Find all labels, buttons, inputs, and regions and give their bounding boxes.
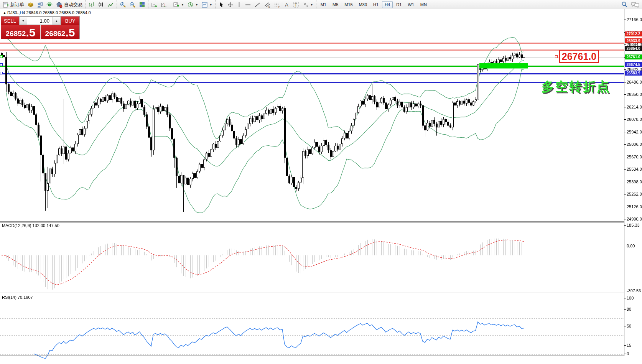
crosshair-icon xyxy=(227,2,234,8)
volume-increase-button[interactable]: ▲ xyxy=(53,16,61,25)
chat-icon xyxy=(631,1,639,8)
rsi-label: RSI(14) 70.1907 xyxy=(2,295,33,300)
new-chart-button[interactable]: ▼ xyxy=(171,0,186,9)
templates-button[interactable]: ▼ xyxy=(200,0,214,9)
search-button[interactable] xyxy=(619,0,629,9)
volume-input[interactable]: 1.00 xyxy=(27,16,53,25)
auto-scroll-icon xyxy=(151,2,158,8)
sell-button[interactable]: SELL xyxy=(1,16,19,25)
clock-icon xyxy=(187,2,194,8)
timeframe-group: M1M5M15M30H1H4D1W1MN xyxy=(316,0,431,9)
channel-icon: E xyxy=(264,2,271,8)
price-label-box[interactable]: 26761.0 xyxy=(559,50,599,63)
vertical-line-button[interactable] xyxy=(235,0,243,9)
zoom-in-icon xyxy=(120,2,126,8)
collapse-triangle-icon[interactable]: ▲ xyxy=(3,11,6,15)
one-click-trading-panel: SELL ▼ 1.00 ▲ BUY 26852 .5 26862 .5 xyxy=(1,16,79,39)
timeframe-w1[interactable]: W1 xyxy=(405,1,417,8)
data-window-button[interactable] xyxy=(35,0,45,9)
timeframe-h4[interactable]: H4 xyxy=(382,1,393,8)
arrows-button[interactable]: ▼ xyxy=(301,0,315,9)
crosshair-button[interactable] xyxy=(226,0,235,9)
tile-windows-button[interactable] xyxy=(137,0,147,9)
line-chart-button[interactable] xyxy=(106,0,115,9)
rsi-canvas[interactable] xyxy=(0,303,624,364)
text-label-button[interactable]: T xyxy=(291,0,301,9)
macd-label: MACD(12,26,9) 132.00 147.50 xyxy=(2,223,59,228)
text-icon: A xyxy=(284,2,290,8)
price-axis-canvas xyxy=(624,9,642,356)
cursor-icon xyxy=(218,2,224,8)
text-label-icon: T xyxy=(293,2,299,8)
candlestick-chart-button[interactable] xyxy=(96,0,106,9)
chat-button[interactable] xyxy=(629,0,641,9)
price-box-anchor-handle[interactable] xyxy=(555,55,558,58)
periods-dropdown-arrow: ▼ xyxy=(195,3,198,7)
periods-button[interactable]: ▼ xyxy=(186,0,200,9)
auto-trading-button[interactable]: 自动交易 xyxy=(54,0,84,9)
tile-windows-icon xyxy=(139,2,145,8)
bar-chart-icon xyxy=(88,2,95,8)
timeframe-m1[interactable]: M1 xyxy=(318,1,329,8)
data-window-icon xyxy=(37,2,43,8)
horizontal-line-icon xyxy=(245,2,251,7)
hline-handle-green[interactable] xyxy=(0,55,3,58)
chart-bottom-border xyxy=(0,356,642,356)
buy-price-main: 26862 xyxy=(45,30,66,38)
timeframe-m30[interactable]: M30 xyxy=(356,1,370,8)
cursor-button[interactable] xyxy=(217,0,226,9)
timeframe-d1[interactable]: D1 xyxy=(393,1,404,8)
volume-decrease-button[interactable]: ▼ xyxy=(19,16,27,25)
zoom-out-button[interactable] xyxy=(128,0,137,9)
zoom-out-icon xyxy=(129,2,136,8)
hline-handle-blue1[interactable] xyxy=(0,63,3,66)
turning-point-text[interactable]: 多空转折点 xyxy=(542,78,611,96)
price-badge-26583.9: 26583.9 xyxy=(625,71,642,76)
timeframe-m15[interactable]: M15 xyxy=(342,1,355,8)
fibonacci-icon: F xyxy=(274,2,281,8)
new-chart-dropdown-arrow: ▼ xyxy=(181,3,184,7)
toolbar: 新订单 自动交易 xyxy=(0,0,642,10)
new-order-icon xyxy=(3,2,9,8)
price-axis[interactable] xyxy=(624,9,642,356)
buy-price[interactable]: 26862 .5 xyxy=(41,25,79,39)
hline-handle-blue2[interactable] xyxy=(0,72,3,74)
new-order-button[interactable]: 新订单 xyxy=(1,0,26,9)
macd-canvas[interactable] xyxy=(0,232,624,303)
new-order-label: 新订单 xyxy=(10,2,24,8)
pane-splitter-macd[interactable] xyxy=(0,221,642,223)
templates-dropdown-arrow: ▼ xyxy=(209,3,212,7)
market-watch-icon xyxy=(27,2,34,8)
buy-price-frac: .5 xyxy=(65,28,75,38)
timeframe-h1[interactable]: H1 xyxy=(370,1,381,8)
svg-text:E: E xyxy=(268,6,270,8)
timeframe-mn[interactable]: MN xyxy=(418,1,430,8)
trendline-icon xyxy=(254,2,261,8)
mt4-window: 新订单 自动交易 xyxy=(0,0,642,364)
main-price-canvas[interactable] xyxy=(0,18,624,231)
trendline-button[interactable] xyxy=(253,0,262,9)
channel-button[interactable]: E xyxy=(262,0,272,9)
auto-scroll-button[interactable] xyxy=(150,0,159,9)
market-watch-button[interactable] xyxy=(26,0,35,9)
price-badge-26933.9: 26933.9 xyxy=(625,38,642,43)
vertical-line-icon xyxy=(237,2,242,8)
fibonacci-button[interactable]: F xyxy=(272,0,282,9)
zoom-in-button[interactable] xyxy=(118,0,128,9)
symbol-header: ▲ DJ30-,H4 26846.0 26858.0 26835.0 26854… xyxy=(3,10,91,15)
chart-shift-button[interactable] xyxy=(159,0,169,9)
price-badge-26674.5: 26674.5 xyxy=(625,62,642,67)
symbol-name: DJ30-,H4 xyxy=(7,10,25,15)
horizontal-line-button[interactable] xyxy=(243,0,253,9)
buy-button[interactable]: BUY xyxy=(61,16,79,25)
bar-chart-button[interactable] xyxy=(87,0,96,9)
price-badge-27012.2: 27012.2 xyxy=(625,31,642,36)
chart-plot-area[interactable] xyxy=(0,9,624,364)
text-button[interactable]: A xyxy=(282,0,291,9)
timeframe-m5[interactable]: M5 xyxy=(330,1,341,8)
arrows-dropdown-arrow: ▼ xyxy=(310,3,313,7)
sell-price[interactable]: 26852 .5 xyxy=(1,25,41,39)
navigator-button[interactable] xyxy=(45,0,54,9)
svg-text:F: F xyxy=(278,6,280,8)
pane-splitter-rsi[interactable] xyxy=(0,293,642,294)
